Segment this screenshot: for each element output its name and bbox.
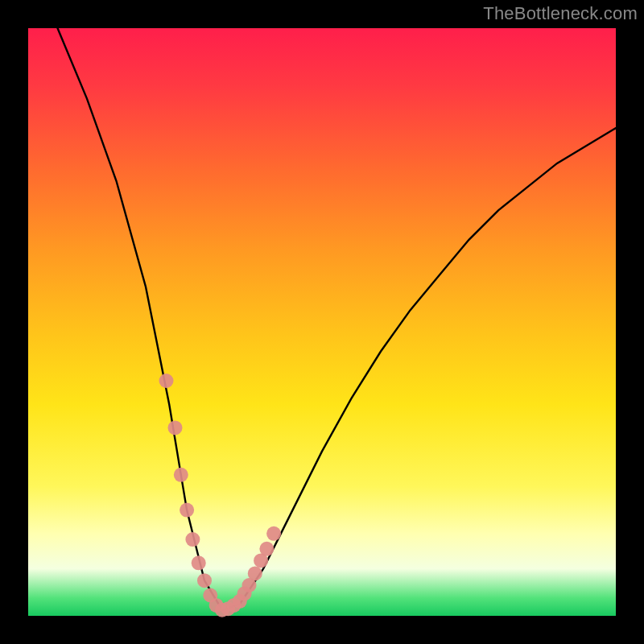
marker-point xyxy=(180,503,194,518)
marker-point xyxy=(168,420,183,435)
highlighted-points xyxy=(159,374,282,617)
marker-point xyxy=(266,526,281,541)
watermark-text: TheBottleneck.com xyxy=(483,3,638,24)
marker-point xyxy=(248,566,262,580)
curve-layer xyxy=(28,28,616,616)
marker-point xyxy=(192,555,206,570)
marker-point xyxy=(185,532,200,547)
marker-point xyxy=(197,573,212,588)
marker-point xyxy=(159,374,174,388)
bottleneck-curve xyxy=(58,28,617,610)
plot-area xyxy=(28,28,616,616)
marker-point xyxy=(174,468,188,482)
marker-point xyxy=(259,542,274,556)
chart-frame: TheBottleneck.com xyxy=(0,0,644,644)
